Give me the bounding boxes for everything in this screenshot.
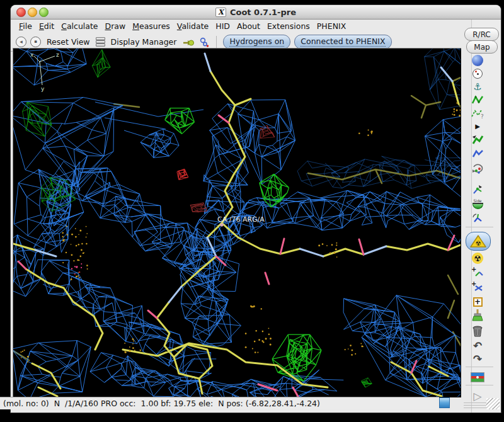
simple-mutate-icon[interactable]: ☢ bbox=[471, 251, 484, 265]
delete-item-icon[interactable] bbox=[471, 324, 484, 338]
fixed-triangle-icon[interactable]: ▶ bbox=[471, 120, 484, 134]
panel-grip-line-3 bbox=[464, 408, 486, 408]
axis-x-label: x bbox=[30, 52, 34, 58]
back-view-icon[interactable]: ◂ bbox=[16, 37, 26, 47]
svg-text:?: ? bbox=[481, 113, 484, 120]
sphere-glyph bbox=[472, 55, 483, 66]
sphere-refine-icon[interactable] bbox=[471, 54, 484, 67]
window-resize-grip[interactable] bbox=[486, 398, 500, 409]
display-manager-icon[interactable] bbox=[96, 37, 105, 47]
reset-view-button[interactable]: Reset View bbox=[45, 37, 92, 47]
menubar: File Edit Calculate Draw Measures Valida… bbox=[11, 20, 501, 32]
radiation-triangle-icon: ☢ bbox=[469, 234, 488, 249]
gl-canvas[interactable]: x z y CA /76 ARG/A bbox=[13, 48, 461, 397]
menu-extensions[interactable]: Extensions bbox=[264, 21, 314, 31]
menu-draw[interactable]: Draw bbox=[102, 21, 130, 31]
molecule-picker-icon[interactable] bbox=[198, 37, 210, 48]
undo-icon[interactable]: ↶ bbox=[471, 339, 484, 353]
menu-phenix[interactable]: PHENIX bbox=[314, 21, 350, 31]
clear-pending-picks-icon[interactable] bbox=[471, 308, 484, 322]
display-manager-button[interactable]: Display Manager bbox=[109, 37, 179, 47]
stop-glyph: ▪ bbox=[34, 40, 37, 44]
flip-peptide-icon[interactable] bbox=[471, 183, 484, 197]
axis-z-label: z bbox=[56, 52, 59, 58]
menu-about[interactable]: About bbox=[234, 21, 264, 31]
go-to-atom-icon[interactable] bbox=[182, 38, 195, 47]
place-atom-at-pointer-icon[interactable]: + bbox=[471, 295, 484, 309]
jed-flip-icon[interactable] bbox=[471, 212, 484, 225]
svg-text:+: + bbox=[471, 266, 476, 273]
atom-label: CA /76 ARG/A bbox=[217, 215, 265, 224]
menu-file[interactable]: File bbox=[16, 21, 36, 31]
menu-edit[interactable]: Edit bbox=[36, 21, 58, 31]
titlebar[interactable]: X Coot 0.7.1-pre bbox=[11, 5, 501, 20]
radiation-glyph: ☢ bbox=[472, 253, 483, 264]
panel-separator-3 bbox=[466, 385, 493, 385]
minimize-button[interactable] bbox=[28, 8, 37, 17]
phenix-connection-button[interactable]: Connected to PHENIX bbox=[294, 35, 391, 49]
add-alt-conf-icon[interactable]: + bbox=[471, 280, 484, 294]
panel-grip-line-1 bbox=[464, 402, 486, 403]
rrc-button[interactable]: R/RC bbox=[464, 28, 499, 41]
status-text: (mol. no: 0) N /1/A/160 PRO occ: 1.00 bf… bbox=[3, 399, 320, 408]
hydrogens-toggle-button[interactable]: Hydrogens on bbox=[223, 35, 290, 49]
menu-validate[interactable]: Validate bbox=[174, 21, 212, 31]
recenter-glyph bbox=[472, 69, 483, 79]
stop-icon[interactable]: ▪ bbox=[30, 37, 41, 47]
density-mesh-dim bbox=[297, 48, 461, 188]
axes-gizmo: x z y bbox=[30, 52, 59, 92]
close-button[interactable] bbox=[16, 8, 26, 17]
back-glyph: ◂ bbox=[20, 39, 23, 45]
menu-measures[interactable]: Measures bbox=[129, 21, 174, 31]
panel-grip-line-2 bbox=[464, 405, 486, 406]
run-refmac-flag-icon[interactable] bbox=[471, 370, 484, 384]
zoom-button[interactable] bbox=[39, 8, 49, 17]
status-resize-swatch[interactable] bbox=[439, 397, 450, 408]
panel-separator-1 bbox=[466, 227, 493, 227]
real-space-refine-icon[interactable] bbox=[471, 93, 484, 107]
svg-text:☢: ☢ bbox=[476, 240, 481, 247]
redo-icon[interactable]: ↷ bbox=[471, 352, 484, 366]
auto-fit-rotamer-icon[interactable] bbox=[471, 133, 484, 147]
panel-separator-2 bbox=[466, 367, 493, 367]
axis-y-label: y bbox=[41, 86, 45, 92]
add-terminal-residue-icon[interactable]: + bbox=[471, 266, 484, 280]
toolbar-separator bbox=[216, 36, 217, 48]
status-bar: (mol. no: 0) N /1/A/160 PRO occ: 1.00 bf… bbox=[0, 397, 439, 409]
run-script-button[interactable]: ▷ bbox=[471, 389, 484, 403]
map-button[interactable]: Map bbox=[466, 40, 498, 54]
window-title: Coot 0.7.1-pre bbox=[230, 8, 296, 17]
fixed-atoms-anchor-icon[interactable]: ⚓ bbox=[471, 80, 484, 94]
regularize-zone-icon[interactable]: ? bbox=[471, 106, 484, 120]
mutate-autofit-button-active[interactable]: ☢ bbox=[466, 232, 491, 251]
sidechain-180-flip-icon[interactable]: Side bbox=[471, 197, 484, 211]
gl-canvas-frame: x z y CA /76 ARG/A bbox=[13, 48, 461, 397]
menu-calculate[interactable]: Calculate bbox=[58, 21, 101, 31]
x11-icon: X bbox=[215, 8, 226, 17]
recenter-icon[interactable] bbox=[471, 67, 484, 81]
picked-atom-marker bbox=[220, 223, 223, 226]
flag-glyph bbox=[471, 372, 484, 382]
rotate-translate-icon[interactable] bbox=[471, 162, 484, 176]
model-sticks bbox=[13, 54, 461, 397]
edit-chi-angles-icon[interactable] bbox=[471, 147, 484, 161]
plus-glyph: + bbox=[473, 297, 483, 307]
dome-glyph bbox=[472, 203, 483, 209]
menu-hid[interactable]: HID bbox=[212, 21, 234, 31]
